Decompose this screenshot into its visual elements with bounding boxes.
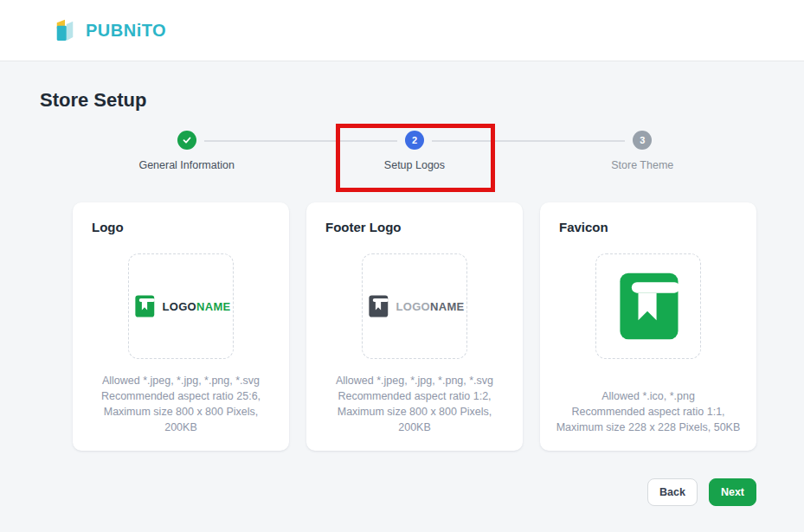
favicon-upload-area[interactable] xyxy=(595,253,701,359)
upload-info: Allowed *.jpeg, *.jpg, *.png, *.svg Reco… xyxy=(101,373,260,435)
logo-upload-area[interactable]: LOGONAME xyxy=(128,253,234,359)
info-line: Allowed *.ico, *.png xyxy=(556,388,741,404)
step-number-badge: 2 xyxy=(405,131,424,150)
logo-text-secondary: NAME xyxy=(196,300,230,313)
logo-text-primary: LOGO xyxy=(163,300,196,313)
book-icon xyxy=(608,266,688,346)
info-line: 200KB xyxy=(336,420,493,435)
screen: PUBNiTO Store Setup General Information … xyxy=(0,0,804,506)
card-title: Footer Logo xyxy=(325,220,401,234)
next-button[interactable]: Next xyxy=(709,478,756,506)
info-line: Recommended aspect ratio 1:1, xyxy=(556,404,741,420)
stepper: General Information 2 Setup Logos 3 Stor… xyxy=(73,131,756,171)
step-setup-logos[interactable]: 2 Setup Logos xyxy=(300,131,528,171)
logo-placeholder-text: LOGONAME xyxy=(396,300,465,313)
brand-name: PUBNiTO xyxy=(86,21,166,41)
app-header: PUBNiTO xyxy=(0,0,804,61)
check-icon xyxy=(182,135,192,145)
footer-actions: Back Next xyxy=(73,478,756,506)
info-line: Maximum size 800 x 800 Pixels, xyxy=(101,404,260,420)
info-line: Recommended aspect ratio 1:2, xyxy=(336,388,493,404)
step-label: General Information xyxy=(138,159,234,171)
step-general-information[interactable]: General Information xyxy=(73,131,300,171)
info-line: 200KB xyxy=(101,420,260,435)
cards-row: Logo LOGONAME Allowed *.jpeg, *.jpg, *.p… xyxy=(73,202,756,451)
back-button[interactable]: Back xyxy=(647,478,698,506)
logo-text-primary: LOGO xyxy=(396,300,430,313)
upload-info: Allowed *.jpeg, *.jpg, *.png, *.svg Reco… xyxy=(336,373,493,435)
footer-logo-upload-area[interactable]: LOGONAME xyxy=(362,253,467,359)
step-label: Store Theme xyxy=(611,159,673,171)
step-store-theme[interactable]: 3 Store Theme xyxy=(529,131,756,171)
logo-card: Logo LOGONAME Allowed *.jpeg, *.jpg, *.p… xyxy=(73,202,289,451)
upload-info: Allowed *.ico, *.png Recommended aspect … xyxy=(556,388,741,435)
step-check-circle xyxy=(177,131,196,150)
logo-text-secondary: NAME xyxy=(430,300,464,313)
footer-logo-card: Footer Logo LOGONAME Allowed *.jpeg, *.j… xyxy=(306,202,523,451)
info-line: Allowed *.jpeg, *.jpg, *.png, *.svg xyxy=(101,373,260,388)
info-line: Maximum size 800 x 800 Pixels, xyxy=(336,404,493,420)
card-title: Favicon xyxy=(559,220,608,234)
step-number-badge: 3 xyxy=(633,131,652,150)
brand-logo-icon xyxy=(52,16,78,44)
card-title: Logo xyxy=(92,220,124,234)
book-icon xyxy=(132,293,158,319)
info-line: Recommended aspect ratio 25:6, xyxy=(101,388,260,404)
logo-placeholder-text: LOGONAME xyxy=(163,300,231,313)
logo-placeholder: LOGONAME xyxy=(365,293,465,319)
step-label: Setup Logos xyxy=(384,159,445,171)
brand-logo[interactable]: PUBNiTO xyxy=(52,16,166,44)
info-line: Maximum size 228 x 228 Pixels, 50KB xyxy=(556,420,741,435)
logo-placeholder: LOGONAME xyxy=(132,293,231,319)
page-title: Store Setup xyxy=(40,89,804,112)
book-icon xyxy=(365,293,391,319)
info-line: Allowed *.jpeg, *.jpg, *.png, *.svg xyxy=(336,373,493,388)
favicon-card: Favicon Allowed *.ico, *.png Recommended… xyxy=(540,202,756,451)
